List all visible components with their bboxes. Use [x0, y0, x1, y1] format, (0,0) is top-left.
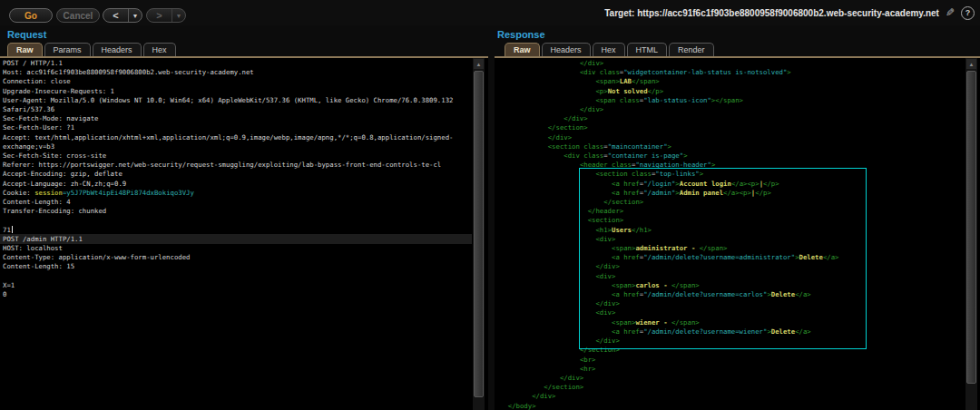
request-tab-headers[interactable]: Headers	[93, 43, 142, 56]
response-scrollbar[interactable]: ▲	[965, 58, 977, 410]
response-editor[interactable]: </div> <div class="widgetcontainer-lab-s…	[495, 58, 980, 410]
request-tab-hex[interactable]: Hex	[143, 43, 176, 56]
target-bar: Target: https://acc91f6c1f903be8800958f9…	[604, 0, 975, 25]
response-tab-hex[interactable]: Hex	[593, 43, 625, 56]
request-tabs: RawParamsHeadersHex	[7, 43, 176, 56]
back-dropdown-icon[interactable]: ▼	[128, 9, 142, 22]
target-text: Target: https://acc91f6c1f903be8800958f9…	[604, 8, 939, 18]
request-scrollbar-thumb[interactable]	[474, 71, 484, 397]
repeater-toolbar: Go Cancel < ▼ > ▼ Target: https://acc91f…	[0, 0, 980, 25]
help-icon[interactable]: ?	[961, 6, 975, 20]
target-label: Target:	[604, 8, 634, 18]
cancel-button[interactable]: Cancel	[56, 8, 100, 23]
panel-splitter[interactable]	[488, 25, 495, 410]
target-url: https://acc91f6c1f903be8800958f9006800b2…	[637, 8, 939, 18]
edit-target-pencil-icon[interactable]: ✎	[946, 7, 955, 18]
go-button[interactable]: Go	[9, 8, 53, 23]
burp-repeater-window: Go Cancel < ▼ > ▼ Target: https://acc91f…	[0, 0, 980, 410]
request-panel: Request RawParamsHeadersHex POST / HTTP/…	[0, 25, 488, 410]
response-scrollbar-thumb[interactable]	[966, 71, 976, 384]
response-tab-html[interactable]: HTML	[627, 43, 668, 56]
request-panel-title: Request	[7, 29, 46, 40]
response-tab-raw[interactable]: Raw	[505, 43, 540, 56]
request-scrollbar[interactable]: ▲	[473, 58, 485, 410]
response-tabs: RawHeadersHexHTMLRender	[505, 43, 714, 56]
request-tab-raw[interactable]: Raw	[7, 43, 43, 56]
response-panel-title: Response	[497, 29, 545, 40]
back-arrow-icon: <	[103, 9, 128, 22]
response-panel: Response RawHeadersHexHTMLRender </div> …	[495, 25, 980, 410]
forward-arrow-icon: >	[147, 9, 172, 22]
scroll-up-icon[interactable]: ▲	[966, 59, 976, 69]
response-editor-text[interactable]: </div> <div class="widgetcontainer-lab-s…	[495, 58, 980, 410]
scroll-up-icon[interactable]: ▲	[474, 59, 484, 69]
text-cursor	[12, 226, 13, 233]
forward-button[interactable]: > ▼	[146, 8, 186, 23]
back-button[interactable]: < ▼	[103, 8, 142, 23]
request-editor[interactable]: POST / HTTP/1.1 Host: acc91f6c1f903be880…	[0, 58, 488, 410]
request-editor-text[interactable]: POST / HTTP/1.1 Host: acc91f6c1f903be880…	[0, 58, 465, 299]
response-tab-render[interactable]: Render	[669, 43, 714, 56]
response-tab-headers[interactable]: Headers	[542, 43, 591, 56]
forward-dropdown-icon[interactable]: ▼	[172, 9, 185, 22]
request-tab-params[interactable]: Params	[44, 43, 91, 56]
